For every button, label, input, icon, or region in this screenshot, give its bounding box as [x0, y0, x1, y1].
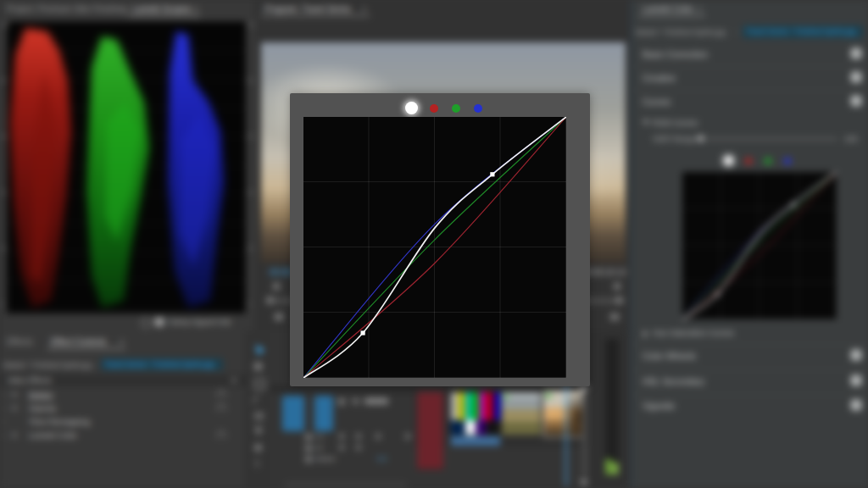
- rgb-curves-disclosure-icon[interactable]: [643, 120, 649, 125]
- timeline-clip-landscape[interactable]: [502, 392, 541, 435]
- section-color-wheels[interactable]: Color Wheels: [643, 351, 696, 361]
- tab-lumetri-scopes[interactable]: Lumetri Scopes: [132, 4, 191, 14]
- channel-dot-red[interactable]: [430, 104, 438, 113]
- timeline-horizontal-scrollbar[interactable]: [284, 483, 407, 486]
- section-hsl-secondary[interactable]: HSL Secondary: [643, 376, 704, 386]
- sequence-clip-button[interactable]: Travel Series * Finished Spirits.jpg: [743, 25, 863, 38]
- master-clip-label[interactable]: Master * Finished Spirits.jpg: [3, 361, 92, 369]
- channel-dot-green[interactable]: [765, 158, 771, 164]
- effect-name[interactable]: Motion: [29, 390, 53, 399]
- tab-lumetri-color[interactable]: Lumetri Color: [643, 4, 693, 14]
- master-clip-label[interactable]: Master * Finished Spirits.jpg: [636, 28, 734, 36]
- section-creative[interactable]: Creative: [643, 73, 676, 83]
- sequence-clip-label: Travel Series * Finished Spirits.jpg: [101, 358, 223, 370]
- timeline-clip-sunset-selected[interactable]: [543, 391, 586, 437]
- track-toggle-icon[interactable]: [305, 434, 312, 441]
- scope-settings-icon[interactable]: [141, 318, 151, 328]
- scrollbar-right-handle[interactable]: [615, 297, 623, 304]
- channel-dot-luma[interactable]: [405, 102, 418, 114]
- track-toggle-icon[interactable]: [305, 456, 312, 463]
- bit-depth-value[interactable]: 8 Bit: [215, 318, 231, 326]
- transport-button[interactable]: [610, 313, 619, 320]
- effect-row-opacity[interactable]: › fx Opacity: [0, 402, 246, 415]
- tab-effect-controls[interactable]: Effect Controls: [51, 337, 106, 347]
- selected-audio-clip[interactable]: [451, 436, 500, 446]
- timeline-ruler[interactable]: [270, 385, 589, 392]
- track-mute-icon[interactable]: [356, 434, 361, 439]
- effect-name[interactable]: Opacity: [29, 403, 56, 413]
- track-mute-icon[interactable]: [339, 445, 344, 450]
- source-patch-v1[interactable]: [282, 396, 304, 431]
- reset-effect-icon[interactable]: [217, 391, 225, 399]
- hdr-range-slider-knob[interactable]: [698, 136, 704, 141]
- monitor-button-right[interactable]: [614, 283, 620, 290]
- effect-row-motion[interactable]: › fx Motion: [0, 388, 246, 402]
- section-basic-correction[interactable]: Basic Correction: [643, 49, 708, 59]
- curves-fx-toggle[interactable]: fx: [851, 96, 861, 106]
- panel-menu-icon[interactable]: ≡: [698, 4, 703, 14]
- slip-tool[interactable]: [254, 413, 264, 415]
- monitor-button-left[interactable]: [273, 283, 280, 290]
- sequence-clip-button[interactable]: Travel Series * Finished Spirits.jpg: [101, 358, 223, 370]
- basic-correction-fx-toggle[interactable]: fx: [851, 48, 861, 58]
- panel-menu-icon[interactable]: ≡: [120, 337, 125, 347]
- pen-tool[interactable]: [254, 427, 263, 436]
- scrollbar-handle[interactable]: [581, 480, 587, 485]
- track-option-icon[interactable]: [405, 434, 410, 439]
- creative-fx-toggle[interactable]: fx: [851, 72, 861, 82]
- channel-dot-luma[interactable]: [724, 156, 733, 165]
- section-curves[interactable]: Curves: [643, 97, 670, 107]
- clamp-signal-checkbox[interactable]: [155, 318, 164, 326]
- effect-row-lumetri-color[interactable]: › fx Lumetri Color: [0, 429, 246, 442]
- tab-effects[interactable]: Effects: [7, 337, 32, 347]
- rgb-curves-mini-editor[interactable]: [682, 172, 837, 319]
- track-lock-icon[interactable]: [339, 434, 344, 439]
- track-header-icon[interactable]: [353, 398, 359, 404]
- source-patch-a1[interactable]: [314, 396, 333, 431]
- rgb-curves-editor-area[interactable]: [303, 117, 566, 378]
- track-select-tool[interactable]: [254, 363, 262, 370]
- tab-program-monitor[interactable]: Program: Travel Series: [264, 4, 351, 14]
- channel-dot-red[interactable]: [745, 158, 752, 164]
- section-vignette[interactable]: Vignette: [643, 401, 675, 411]
- track-solo-icon[interactable]: [356, 445, 361, 450]
- rgb-parade-scope[interactable]: [7, 21, 246, 313]
- channel-dot-green[interactable]: [452, 104, 460, 113]
- hue-saturation-curves-label[interactable]: Hue Saturation Curves: [653, 328, 734, 337]
- timeline-vertical-scrollbar[interactable]: [582, 392, 587, 477]
- track-header-icon[interactable]: [338, 398, 345, 405]
- vignette-fx-toggle[interactable]: fx: [851, 400, 861, 410]
- playhead[interactable]: [565, 385, 567, 486]
- timeline-clip-red[interactable]: [417, 392, 443, 469]
- channel-dot-blue[interactable]: [474, 104, 482, 113]
- fx-badge: fx: [12, 431, 24, 439]
- reset-effect-icon[interactable]: [217, 431, 225, 440]
- type-tool[interactable]: T: [254, 459, 263, 468]
- master-gain-value[interactable]: 0.0: [377, 455, 387, 463]
- video-effects-group-header[interactable]: Video Effects: [0, 374, 246, 386]
- timeline-clip-bars[interactable]: [451, 392, 500, 435]
- selection-tool[interactable]: [253, 342, 265, 355]
- group-collapse-icon[interactable]: [231, 380, 236, 383]
- razor-tool[interactable]: [252, 395, 258, 404]
- scrollbar-left-handle[interactable]: [266, 297, 274, 304]
- effect-name[interactable]: Time Remapping: [29, 417, 90, 426]
- reset-effect-icon[interactable]: [217, 404, 225, 413]
- hand-tool[interactable]: [254, 444, 262, 452]
- effect-name[interactable]: Lumetri Color: [29, 430, 77, 440]
- effect-row-time-remapping[interactable]: › Time Remapping: [0, 415, 246, 429]
- track-toggle-icon[interactable]: [305, 445, 312, 452]
- hdr-range-value[interactable]: 100: [844, 134, 858, 143]
- transport-button[interactable]: [275, 313, 283, 320]
- rgb-curves-label[interactable]: RGB Curves: [653, 118, 698, 127]
- video-effects-label: Video Effects: [7, 376, 52, 385]
- track-solo-icon[interactable]: [376, 434, 381, 439]
- ripple-edit-tool[interactable]: [254, 379, 265, 390]
- hue-sat-disclosure-icon[interactable]: [643, 330, 648, 337]
- channel-dot-blue[interactable]: [784, 158, 791, 164]
- hdr-range-slider-track[interactable]: [698, 138, 837, 140]
- color-wheels-fx-toggle[interactable]: fx: [851, 350, 861, 360]
- panel-menu-icon[interactable]: ≡: [194, 4, 199, 14]
- panel-menu-icon[interactable]: ≡: [362, 4, 367, 14]
- hsl-secondary-fx-toggle[interactable]: fx: [851, 375, 861, 385]
